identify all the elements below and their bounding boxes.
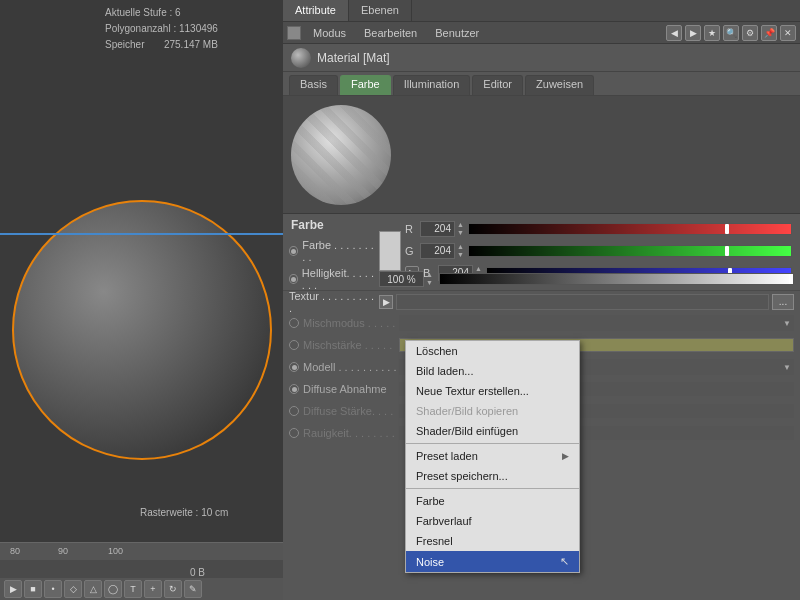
tool-icon-7[interactable]: T bbox=[124, 580, 142, 598]
ruler-100: 100 bbox=[108, 546, 123, 556]
stufe-info: Aktuelle Stufe : 6 bbox=[105, 5, 218, 21]
ruler-bar: 80 90 100 bbox=[0, 542, 283, 560]
channel-r-value[interactable]: 204 bbox=[420, 221, 455, 237]
textur-field[interactable] bbox=[396, 294, 769, 310]
toolbar-icons: ◀ ▶ ★ 🔍 ⚙ 📌 ✕ bbox=[666, 25, 796, 41]
tab-attribute[interactable]: Attribute bbox=[283, 0, 349, 21]
diffuse-abnahme-label: Diffuse Abnahme bbox=[289, 383, 399, 395]
textur-row: Textur . . . . . . . . . . ▶ ... bbox=[283, 290, 800, 312]
ctx-loschen[interactable]: Löschen bbox=[406, 341, 579, 361]
submenu-arrow: ▶ bbox=[562, 451, 569, 461]
g-up-arrow[interactable]: ▲ bbox=[457, 243, 464, 251]
helligkeit-label: Helligkeit. . . . . . . . bbox=[289, 267, 379, 291]
farbe-radio[interactable] bbox=[289, 246, 298, 256]
channel-tabs: Basis Farbe Illumination Editor Zuweisen bbox=[283, 72, 800, 96]
mischmodus-radio[interactable] bbox=[289, 318, 299, 328]
nav-back-icon[interactable]: ◀ bbox=[666, 25, 682, 41]
mischstarke-radio[interactable] bbox=[289, 340, 299, 350]
ctx-neue-textur[interactable]: Neue Textur erstellen... bbox=[406, 381, 579, 401]
tool-icon-4[interactable]: ◇ bbox=[64, 580, 82, 598]
tool-icon-3[interactable]: • bbox=[44, 580, 62, 598]
color-section: Farbe . . . . . . . . . R 204 ▲ ▼ bbox=[283, 236, 800, 268]
pin-icon[interactable]: 📌 bbox=[761, 25, 777, 41]
material-preview-sphere bbox=[291, 105, 391, 205]
blue-horizontal-line bbox=[0, 233, 283, 235]
ctx-farbe[interactable]: Farbe bbox=[406, 491, 579, 511]
diffuse-starke-radio[interactable] bbox=[289, 406, 299, 416]
tab-farbe[interactable]: Farbe bbox=[340, 75, 391, 95]
mischmodus-label: Mischmodus . . . . . bbox=[289, 317, 399, 329]
ctx-preset-laden[interactable]: Preset laden ▶ bbox=[406, 446, 579, 466]
hell-up-arrow[interactable]: ▲ bbox=[426, 271, 433, 279]
bottom-toolbar: ▶ ■ • ◇ △ ◯ T + ↻ ✎ bbox=[0, 578, 283, 600]
ruler-80: 80 bbox=[10, 546, 20, 556]
menu-bearbeiten[interactable]: Bearbeiten bbox=[356, 25, 425, 41]
r-slider-thumb bbox=[725, 224, 729, 234]
tool-icon-8[interactable]: + bbox=[144, 580, 162, 598]
tab-illumination[interactable]: Illumination bbox=[393, 75, 471, 95]
attribute-panel-tabs: Attribute Ebenen bbox=[283, 0, 800, 22]
tab-zuweisen[interactable]: Zuweisen bbox=[525, 75, 594, 95]
g-down-arrow[interactable]: ▼ bbox=[457, 251, 464, 259]
textur-arrow-btn[interactable]: ▶ bbox=[379, 295, 393, 309]
menu-benutzer[interactable]: Benutzer bbox=[427, 25, 487, 41]
ruler-90: 90 bbox=[58, 546, 68, 556]
helligkeit-value[interactable]: 100 % bbox=[379, 271, 424, 287]
mischmodus-value[interactable] bbox=[399, 315, 780, 331]
tool-icon-9[interactable]: ↻ bbox=[164, 580, 182, 598]
search-icon[interactable]: 🔍 bbox=[723, 25, 739, 41]
rauigkeit-radio[interactable] bbox=[289, 428, 299, 438]
mischstarke-label: Mischstärke . . . . . bbox=[289, 339, 399, 351]
nav-forward-icon[interactable]: ▶ bbox=[685, 25, 701, 41]
tab-ebenen[interactable]: Ebenen bbox=[349, 0, 412, 21]
textur-menu-btn[interactable]: ... bbox=[772, 294, 794, 310]
modell-radio[interactable] bbox=[289, 362, 299, 372]
mischmodus-dropdown[interactable]: ▼ bbox=[780, 315, 794, 331]
tool-icon-5[interactable]: △ bbox=[84, 580, 102, 598]
diffuse-abnahme-radio[interactable] bbox=[289, 384, 299, 394]
tab-basis[interactable]: Basis bbox=[289, 75, 338, 95]
tab-editor[interactable]: Editor bbox=[472, 75, 523, 95]
ctx-separator-1 bbox=[406, 443, 579, 444]
star-icon[interactable]: ★ bbox=[704, 25, 720, 41]
tool-icon-6[interactable]: ◯ bbox=[104, 580, 122, 598]
helligkeit-slider[interactable] bbox=[439, 273, 794, 285]
channel-g-value[interactable]: 204 bbox=[420, 243, 455, 259]
diffuse-starke-label: Diffuse Stärke. . . . bbox=[289, 405, 399, 417]
tool-icon-10[interactable]: ✎ bbox=[184, 580, 202, 598]
textur-label: Textur . . . . . . . . . . bbox=[289, 290, 379, 314]
material-preview-area bbox=[283, 96, 800, 214]
ctx-bild-laden[interactable]: Bild laden... bbox=[406, 361, 579, 381]
r-down-arrow[interactable]: ▼ bbox=[457, 229, 464, 237]
r-up-arrow[interactable]: ▲ bbox=[457, 221, 464, 229]
modell-dropdown[interactable]: ▼ bbox=[780, 359, 794, 375]
viewport-sphere bbox=[12, 200, 272, 460]
channel-r-row: R 204 ▲ ▼ bbox=[405, 219, 794, 239]
ctx-farbverlauf[interactable]: Farbverlauf bbox=[406, 511, 579, 531]
storage-display: 0 B bbox=[190, 567, 205, 578]
tool-icon-1[interactable]: ▶ bbox=[4, 580, 22, 598]
close-icon[interactable]: ✕ bbox=[780, 25, 796, 41]
color-swatch[interactable] bbox=[379, 231, 401, 271]
viewport-sphere-container bbox=[0, 30, 283, 530]
ctx-preset-speichern[interactable]: Preset speichern... bbox=[406, 466, 579, 486]
raster-info: Rasterweite : 10 cm bbox=[140, 507, 228, 518]
material-preview-small bbox=[291, 48, 311, 68]
b-up-arrow[interactable]: ▲ bbox=[475, 265, 482, 273]
hell-down-arrow[interactable]: ▼ bbox=[426, 279, 433, 287]
modell-label: Modell . . . . . . . . . . bbox=[289, 361, 399, 373]
g-slider[interactable] bbox=[468, 245, 792, 257]
ctx-fresnel[interactable]: Fresnel bbox=[406, 531, 579, 551]
cursor-indicator: ↖ bbox=[560, 555, 569, 568]
tool-icon-2[interactable]: ■ bbox=[24, 580, 42, 598]
ctx-shader-einfuegen[interactable]: Shader/Bild einfügen bbox=[406, 421, 579, 441]
settings-icon[interactable]: ⚙ bbox=[742, 25, 758, 41]
ctx-noise[interactable]: Noise ↖ bbox=[406, 551, 579, 572]
helligkeit-radio[interactable] bbox=[289, 274, 298, 284]
menu-modus[interactable]: Modus bbox=[305, 25, 354, 41]
channel-g-row: G 204 ▲ ▼ bbox=[405, 241, 794, 261]
r-slider[interactable] bbox=[468, 223, 792, 235]
attribute-menubar: Modus Bearbeiten Benutzer ◀ ▶ ★ 🔍 ⚙ 📌 ✕ bbox=[283, 22, 800, 44]
ctx-shader-kopieren: Shader/Bild kopieren bbox=[406, 401, 579, 421]
menu-icon-grip bbox=[287, 26, 301, 40]
